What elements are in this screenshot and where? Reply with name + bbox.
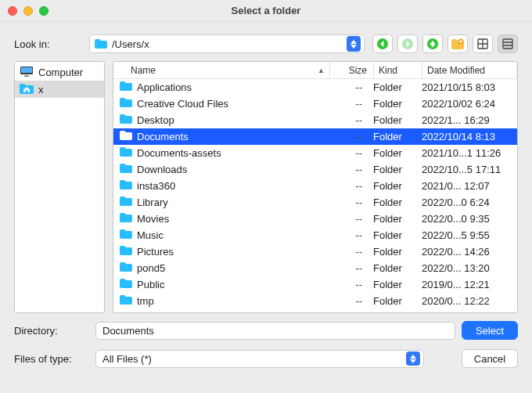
directory-value: Documents (102, 325, 154, 337)
table-row[interactable]: Library--Folder2022/0...0 6:24 (113, 194, 517, 211)
file-date: 2020/0... 12:22 (417, 295, 517, 307)
file-kind: Folder (368, 114, 417, 126)
column-date-header[interactable]: Date Modified (422, 62, 517, 78)
file-kind: Folder (368, 147, 417, 159)
column-size-header[interactable]: Size (329, 62, 373, 78)
file-name: Music (137, 229, 164, 241)
folder-icon (120, 81, 132, 93)
table-row[interactable]: Documents--Folder2022/10/14 8:13 (113, 128, 517, 145)
column-kind-header[interactable]: Kind (373, 62, 422, 78)
table-row[interactable]: Documents-assets--Folder2021/10...1 11:2… (113, 145, 517, 161)
file-size: -- (325, 229, 368, 241)
file-date: 2022/0...0 9:35 (417, 213, 517, 225)
file-name: Library (137, 196, 168, 208)
table-row[interactable]: Creative Cloud Files--Folder2022/10/02 6… (113, 96, 517, 112)
folder-icon (120, 180, 132, 192)
table-row[interactable]: tmp--Folder2020/0... 12:22 (113, 293, 517, 309)
titlebar: Select a folder (0, 0, 532, 22)
file-date: 2019/0... 12:21 (417, 279, 517, 290)
file-name: Downloads (137, 164, 187, 175)
window-title: Select a folder (0, 5, 532, 16)
file-size: -- (325, 180, 368, 192)
file-date: 2022/10...5 17:11 (417, 164, 517, 175)
table-row[interactable]: Public--Folder2019/0... 12:21 (113, 276, 517, 293)
directory-input[interactable]: Documents (95, 322, 455, 340)
file-kind: Folder (368, 229, 417, 241)
folder-icon (120, 131, 132, 142)
table-row[interactable]: Applications--Folder2021/10/15 8:03 (113, 79, 517, 96)
file-kind: Folder (368, 279, 417, 290)
file-name: Desktop (137, 114, 174, 126)
folder-icon (120, 246, 132, 258)
nav-buttons (372, 34, 518, 53)
file-date: 2022/0... 13:20 (417, 262, 517, 274)
file-size: -- (325, 98, 368, 110)
file-kind: Folder (368, 246, 417, 258)
folder-icon (120, 164, 132, 175)
table-row[interactable]: insta360--Folder2021/0... 12:07 (113, 178, 517, 194)
sidebar-item-label: x (38, 84, 44, 96)
sidebar-item-label: Computer (38, 67, 83, 78)
table-row[interactable]: Music--Folder2022/0...5 9:55 (113, 227, 517, 243)
file-date: 2022/0...0 6:24 (417, 196, 517, 208)
file-name: Creative Cloud Files (137, 98, 228, 110)
sidebar-item-computer[interactable]: Computer (15, 63, 104, 81)
sidebar: Computer x (14, 61, 105, 313)
folder-icon (120, 98, 132, 110)
sidebar-item-home[interactable]: x (15, 81, 104, 98)
svg-rect-8 (24, 75, 29, 77)
list-view-button[interactable] (473, 34, 493, 53)
file-date: 2022/10/02 6:24 (417, 98, 517, 110)
toolbar: Look in: /Users/x (0, 22, 532, 61)
file-kind: Folder (368, 295, 417, 307)
file-kind: Folder (368, 213, 417, 225)
column-name-header[interactable]: Name ▲ (113, 65, 329, 76)
back-button[interactable] (372, 34, 393, 53)
filter-value: All Files (*) (102, 353, 152, 365)
table-row[interactable]: Downloads--Folder2022/10...5 17:11 (113, 161, 517, 178)
path-text: /Users/x (112, 38, 149, 50)
file-size: -- (325, 213, 368, 225)
path-dropdown[interactable]: /Users/x (89, 34, 365, 53)
directory-label: Directory: (14, 325, 89, 337)
file-name: Applications (137, 81, 192, 93)
file-name: tmp (137, 295, 154, 307)
table-row[interactable]: Desktop--Folder2022/1... 16:29 (113, 112, 517, 128)
table-row[interactable]: pond5--Folder2022/0... 13:20 (113, 260, 517, 276)
up-button[interactable] (422, 34, 443, 53)
cancel-button[interactable]: Cancel (462, 349, 518, 368)
table-row[interactable]: Movies--Folder2022/0...0 9:35 (113, 211, 517, 227)
file-kind: Folder (368, 81, 417, 93)
file-name: Documents (137, 131, 189, 142)
file-size: -- (325, 295, 368, 307)
file-date: 2021/0... 12:07 (417, 180, 517, 192)
file-date: 2022/1... 16:29 (417, 114, 517, 126)
file-size: -- (325, 246, 368, 258)
forward-button[interactable] (397, 34, 418, 53)
detail-view-button[interactable] (498, 34, 518, 53)
file-date: 2022/0... 14:26 (417, 246, 517, 258)
file-size: -- (325, 164, 368, 175)
file-date: 2022/0...5 9:55 (417, 229, 517, 241)
column-headers: Name ▲ Size Kind Date Modified (113, 62, 517, 79)
new-folder-button[interactable] (448, 34, 468, 53)
column-name-label: Name (131, 65, 156, 76)
file-size: -- (325, 147, 368, 159)
file-kind: Folder (368, 180, 417, 192)
dropdown-arrows-icon (347, 36, 361, 52)
file-kind: Folder (368, 131, 417, 142)
folder-icon (120, 262, 132, 274)
table-row[interactable]: Pictures--Folder2022/0... 14:26 (113, 243, 517, 260)
file-name: insta360 (137, 180, 175, 192)
file-name: Pictures (137, 246, 174, 258)
svg-rect-5 (503, 39, 512, 49)
folder-icon (120, 229, 132, 241)
folder-icon (120, 114, 132, 126)
file-kind: Folder (368, 98, 417, 110)
folder-icon (120, 196, 132, 208)
file-type-dropdown[interactable]: All Files (*) (95, 350, 424, 368)
file-kind: Folder (368, 196, 417, 208)
folder-icon (120, 213, 132, 225)
svg-rect-7 (21, 67, 32, 73)
select-button[interactable]: Select (462, 321, 518, 340)
